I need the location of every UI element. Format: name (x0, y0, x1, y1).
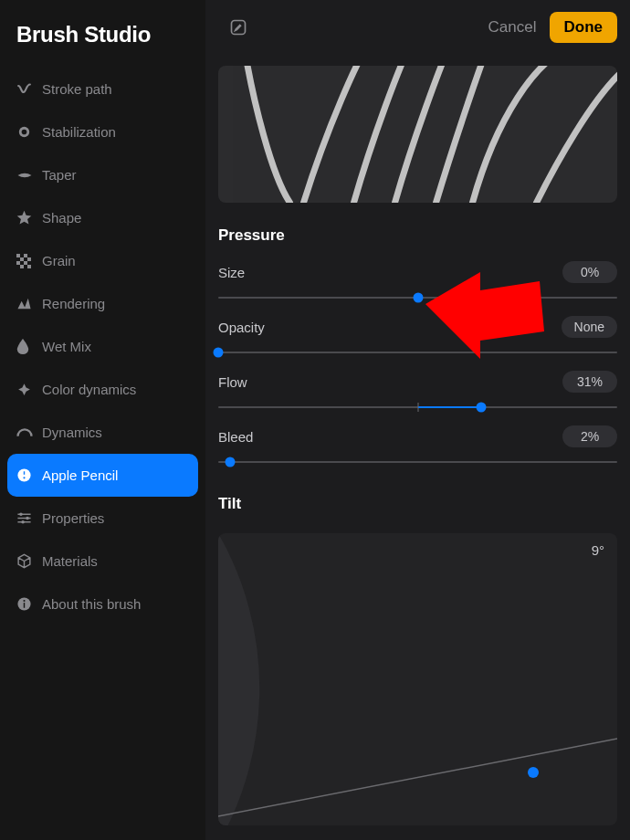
bleed-setting: Bleed 2% (205, 416, 630, 471)
sidebar-item-label: Grain (42, 253, 76, 268)
svg-rect-5 (27, 257, 31, 261)
bleed-value[interactable]: 2% (562, 425, 617, 447)
sidebar-item-taper[interactable]: Taper (7, 153, 198, 196)
shape-icon (16, 210, 42, 226)
svg-rect-8 (20, 265, 24, 268)
tilt-knob[interactable] (528, 767, 539, 778)
stroke-path-icon (16, 81, 42, 97)
svg-point-12 (23, 477, 25, 478)
tilt-panel[interactable]: 9° (218, 533, 617, 825)
opacity-setting: Opacity None (205, 307, 630, 362)
sidebar-item-shape[interactable]: Shape (7, 196, 198, 239)
grain-icon (16, 254, 42, 268)
main-panel: Cancel Done Pressure Size 0% (205, 0, 630, 840)
sidebar-item-dynamics[interactable]: Dynamics (7, 411, 198, 454)
sidebar-item-label: Color dynamics (42, 382, 136, 397)
flow-value[interactable]: 31% (562, 371, 617, 393)
tilt-section-title: Tilt (205, 471, 630, 520)
sidebar-item-label: Taper (42, 167, 77, 183)
wet-mix-icon (16, 339, 42, 354)
done-button[interactable]: Done (550, 12, 618, 43)
sidebar-item-label: Apple Pencil (42, 467, 118, 483)
header: Cancel Done (205, 0, 630, 55)
svg-point-1 (22, 130, 27, 135)
flow-slider[interactable] (218, 398, 617, 416)
about-icon (16, 596, 42, 612)
svg-rect-9 (27, 265, 31, 268)
pressure-section-title: Pressure (205, 203, 630, 252)
bleed-label: Bleed (218, 429, 253, 445)
brush-preview[interactable] (218, 66, 617, 203)
taper-icon (16, 171, 42, 180)
opacity-slider[interactable] (218, 343, 617, 362)
opacity-value[interactable]: None (562, 316, 617, 338)
svg-rect-4 (20, 257, 24, 261)
svg-rect-3 (24, 254, 27, 257)
svg-point-20 (23, 600, 25, 602)
svg-rect-21 (24, 603, 25, 608)
sidebar-item-stroke-path[interactable]: Stroke path (7, 68, 198, 110)
bleed-slider[interactable] (218, 453, 617, 471)
sidebar-item-label: Wet Mix (42, 339, 91, 354)
rendering-icon (16, 296, 42, 311)
flow-label: Flow (218, 374, 247, 390)
flow-setting: Flow 31% (205, 362, 630, 416)
sidebar-item-rendering[interactable]: Rendering (7, 282, 198, 325)
size-slider[interactable] (218, 289, 617, 307)
sidebar-item-about[interactable]: About this brush (7, 583, 198, 625)
svg-point-10 (17, 468, 30, 481)
edit-brush-button[interactable] (226, 15, 251, 40)
svg-rect-7 (24, 261, 27, 265)
cancel-button[interactable]: Cancel (476, 13, 550, 42)
sidebar-item-label: About this brush (42, 596, 141, 612)
svg-rect-2 (16, 254, 20, 257)
opacity-label: Opacity (218, 320, 265, 335)
svg-point-16 (19, 512, 23, 516)
sidebar-item-wet-mix[interactable]: Wet Mix (7, 325, 198, 368)
sidebar-item-apple-pencil[interactable]: Apple Pencil (7, 454, 198, 497)
sidebar-item-label: Dynamics (42, 425, 102, 440)
svg-rect-11 (24, 471, 25, 475)
properties-icon (16, 511, 42, 525)
size-setting: Size 0% (205, 252, 630, 307)
size-label: Size (218, 265, 245, 280)
color-dynamics-icon (16, 382, 42, 397)
sidebar-item-materials[interactable]: Materials (7, 540, 198, 583)
tilt-value: 9° (592, 542, 604, 558)
sidebar-item-grain[interactable]: Grain (7, 239, 198, 282)
dynamics-icon (16, 427, 42, 438)
sidebar-item-properties[interactable]: Properties (7, 497, 198, 540)
size-value[interactable]: 0% (562, 261, 617, 283)
apple-pencil-icon (16, 467, 42, 483)
app-title: Brush Studio (7, 16, 198, 68)
sidebar-item-label: Stabilization (42, 124, 116, 140)
sidebar-item-label: Stroke path (42, 81, 112, 97)
sidebar-item-stabilization[interactable]: Stabilization (7, 110, 198, 153)
materials-icon (16, 553, 42, 569)
sidebar: Brush Studio Stroke path Stabilization T… (0, 0, 205, 840)
sidebar-item-label: Shape (42, 210, 81, 226)
sidebar-item-color-dynamics[interactable]: Color dynamics (7, 368, 198, 411)
stabilization-icon (16, 124, 42, 140)
svg-rect-6 (16, 261, 20, 265)
svg-point-17 (26, 517, 29, 520)
svg-point-18 (21, 520, 25, 524)
sidebar-item-label: Materials (42, 553, 98, 569)
sidebar-item-label: Rendering (42, 296, 105, 311)
svg-line-23 (218, 739, 617, 816)
sidebar-item-label: Properties (42, 510, 104, 526)
